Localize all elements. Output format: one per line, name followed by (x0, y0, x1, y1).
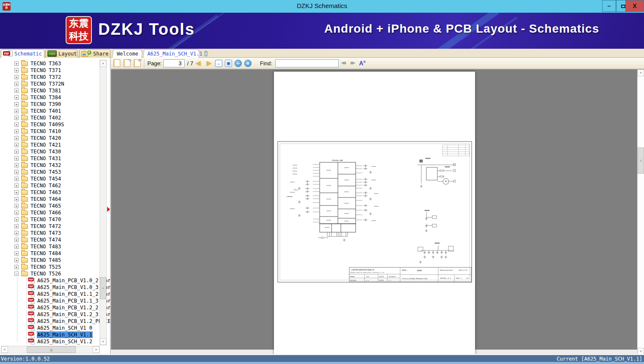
tree-folder[interactable]: +TECNO T409S (0, 121, 100, 128)
pdf-viewer[interactable]: MT6260_ABB (111, 69, 644, 354)
tree-folder[interactable]: +TECNO T390 (0, 101, 100, 108)
expand-icon[interactable]: + (14, 150, 19, 154)
tree-file[interactable]: PDFA625_Main_PCB_V1.2_2 card (0, 304, 100, 311)
tree-folder[interactable]: +TECNO T431 (0, 155, 100, 162)
expand-icon[interactable]: + (14, 224, 19, 228)
tree-folder[interactable]: +TECNO T371 (0, 67, 100, 74)
scroll-up-icon[interactable]: ˄ (100, 60, 106, 67)
find-previous-icon[interactable]: ◀◀ (341, 61, 345, 65)
previous-page-button[interactable]: ◀ (194, 59, 202, 67)
tree-folder[interactable]: +TECNO T474 (0, 236, 100, 243)
find-input[interactable] (275, 59, 339, 67)
expand-icon[interactable]: + (14, 217, 19, 222)
tree-folder[interactable]: +TECNO T363 (0, 60, 100, 67)
expand-icon[interactable]: + (14, 68, 19, 72)
tree-folder[interactable]: +TECNO T470 (0, 216, 100, 223)
expand-icon[interactable]: + (14, 89, 19, 93)
tree-folder[interactable]: +TECNO T432 (0, 162, 100, 169)
tree-folder[interactable]: +TECNO T463 (0, 189, 100, 196)
tree-folder[interactable]: +TECNO T410 (0, 128, 100, 135)
tree-folder[interactable]: +TECNO T465 (0, 203, 100, 209)
scrollbar-thumb[interactable]: ||| (27, 346, 76, 353)
tree-file-selected[interactable]: PDFA625_Main_SCH_V1.1 (0, 331, 100, 338)
tree-folder[interactable]: +TECNO T483 (0, 243, 100, 250)
tree-folder[interactable]: +TECNO T525 (0, 264, 100, 270)
tree-folder-expanded[interactable]: −TECNO T526 (0, 270, 100, 277)
tree-folder[interactable]: +TECNO T472 (0, 223, 100, 230)
tree-folder[interactable]: +TECNO T372 (0, 74, 100, 81)
scroll-down-icon[interactable]: ˅ (100, 338, 106, 345)
tree-folder[interactable]: +TECNO T384 (0, 94, 100, 101)
tab-close-icon[interactable]: x (205, 51, 207, 56)
tree-folder[interactable]: +TECNO T421 (0, 142, 100, 148)
fit-width-button[interactable]: ↔ (215, 60, 222, 67)
scrollbar-thumb[interactable]: ≡ (100, 277, 106, 299)
scroll-up-icon[interactable]: ˄ (638, 69, 644, 76)
scrollbar-thumb[interactable]: ≡ (638, 147, 644, 174)
tab-share[interactable]: + Share (79, 49, 111, 58)
expand-icon[interactable]: + (14, 204, 19, 208)
zoom-in-button[interactable]: + (244, 60, 252, 67)
expand-icon[interactable]: + (14, 95, 19, 100)
tree-horizontal-scrollbar[interactable]: < ||| > (1, 346, 100, 353)
expand-icon[interactable]: + (14, 265, 19, 269)
scroll-down-icon[interactable]: ˅ (638, 348, 644, 354)
expand-icon[interactable]: + (14, 75, 19, 79)
tree-file[interactable]: PDFA625_Main_SCH_V1 0 (0, 325, 100, 331)
tree-folder[interactable]: +TECNO T466 (0, 209, 100, 216)
zoom-out-button[interactable]: − (235, 60, 242, 67)
expand-icon[interactable]: + (14, 183, 19, 188)
tab-layout[interactable]: PADS Layout (45, 49, 77, 58)
expand-icon[interactable]: + (14, 190, 19, 195)
expand-icon[interactable]: + (14, 82, 19, 86)
tree-file[interactable]: PDFA625_Main_SCH_V1.2 (0, 338, 100, 345)
expand-icon[interactable]: + (14, 129, 19, 133)
pdf-page[interactable]: MT6260_ABB (274, 72, 475, 354)
expand-icon[interactable]: + (14, 245, 19, 249)
expand-icon[interactable]: + (14, 197, 19, 201)
tree-folder[interactable]: +TECNO T381 (0, 87, 100, 94)
tree-file[interactable]: PDFA625_Main_PCB_V1.2_PLACEM (0, 318, 100, 325)
next-page-button[interactable]: ▶ (205, 59, 213, 67)
tree-folder[interactable]: +TECNO T462 (0, 182, 100, 189)
tree-folder[interactable]: +TECNO T485 (0, 257, 100, 264)
scroll-right-icon[interactable]: > (93, 346, 100, 353)
tree-folder[interactable]: +TECNO T420 (0, 135, 100, 142)
expand-icon[interactable]: + (14, 238, 19, 242)
expand-icon[interactable]: + (14, 143, 19, 147)
tree-file[interactable]: PDFA625_Main_PCB_V1.0_2 card (0, 277, 100, 284)
tree-file[interactable]: PDFA625_Main_PCB_V1.2_3 card (0, 311, 100, 318)
find-next-icon[interactable]: ▶▶ (351, 61, 354, 65)
viewer-vertical-scrollbar[interactable]: ˄ ≡ ˅ (637, 69, 644, 354)
expand-icon[interactable]: + (14, 177, 19, 181)
single-page-view-button[interactable] (113, 59, 120, 67)
expand-icon[interactable]: + (14, 163, 19, 167)
scroll-left-icon[interactable]: < (1, 346, 8, 353)
expand-icon[interactable]: + (14, 102, 19, 106)
rotate-counterclockwise-button[interactable]: ↶ (134, 59, 141, 67)
tree-folder[interactable]: +TECNO T454 (0, 175, 100, 182)
expand-icon[interactable]: + (14, 109, 19, 113)
expand-icon[interactable]: + (14, 61, 19, 66)
tree-folder[interactable]: +TECNO T401 (0, 108, 100, 114)
expand-icon[interactable]: + (14, 156, 19, 161)
match-case-icon[interactable]: Aa (359, 59, 365, 67)
expand-icon[interactable]: + (14, 136, 19, 140)
fit-page-button[interactable]: ▣ (225, 60, 232, 67)
tab-schematic[interactable]: PDF Schematic (1, 49, 44, 58)
tree-folder[interactable]: +TECNO T464 (0, 196, 100, 203)
expand-icon[interactable]: + (14, 170, 19, 174)
tree-folder[interactable]: +TECNO T372N (0, 81, 100, 87)
close-button[interactable]: X (625, 0, 644, 12)
expand-icon[interactable]: + (14, 258, 19, 262)
tree-folder[interactable]: +TECNO T473 (0, 230, 100, 236)
minimize-button[interactable]: – (602, 0, 616, 12)
expand-icon[interactable]: + (14, 116, 19, 120)
tree-file[interactable]: PDFA625_Main_PCB_V1.1_2 card (0, 291, 100, 297)
panel-collapse-arrow-icon[interactable] (107, 207, 110, 212)
tab-document-active[interactable]: A625_Main_SCH_V1.1 x (143, 49, 200, 58)
expand-icon[interactable]: + (14, 251, 19, 256)
tree-file[interactable]: PDFA625_Main_PCB_V1.1_3 card (0, 297, 100, 304)
tree-folder[interactable]: +TECNO T484 (0, 250, 100, 257)
tree-vertical-scrollbar[interactable]: ˄ ≡ ˅ (100, 60, 107, 345)
